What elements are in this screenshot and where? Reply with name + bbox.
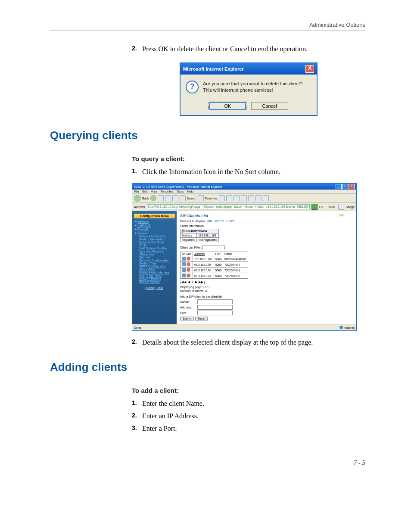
nav-voip-subnet[interactable]: VoIP Subnet Routing: [139, 247, 175, 250]
go-label[interactable]: Go: [319, 205, 323, 208]
menu-edit[interactable]: Edit: [142, 190, 147, 193]
go-icon[interactable]: [311, 204, 318, 210]
nav-set-link[interactable]: Set Link: [139, 256, 175, 259]
delete-icon[interactable]: [187, 268, 190, 272]
ok-button[interactable]: OK: [209, 102, 246, 110]
step-text: Details about the selected client displa…: [142, 337, 365, 347]
nav-upgrade-fw[interactable]: Upgrade Firmware: [139, 250, 175, 253]
proto-mgcp[interactable]: MGCP: [215, 220, 224, 223]
col-name[interactable]: Name: [223, 252, 248, 256]
nav-t1-ts[interactable]: T1 Ts: [139, 244, 175, 247]
pager[interactable]: |◀◀ ◀ 1 ▶ ▶▶|: [180, 280, 353, 284]
cell-name: 8885287464#100: [223, 256, 248, 262]
nav-vrrp[interactable]: VRRP Configuration: [139, 265, 175, 268]
ci-addr-label: Address: [181, 233, 197, 238]
minimize-icon[interactable]: _: [336, 184, 342, 189]
nav-network-info[interactable]: Network Information: [139, 235, 175, 238]
back-icon[interactable]: [134, 195, 141, 202]
browser-menubar: File Edit View Favorites Tools Help: [132, 190, 356, 194]
info-icon[interactable]: [182, 262, 186, 266]
cell-name: 7202664640: [223, 262, 248, 268]
nav-services-config[interactable]: Services Configuration: [139, 259, 175, 262]
add-addr-input[interactable]: [197, 305, 233, 310]
add-header: Add a SIP client to the client list: [180, 295, 353, 298]
forward-icon[interactable]: [150, 195, 156, 201]
confirm-dialog: Microsoft Internet Explorer X ? Are you …: [180, 62, 318, 116]
info-icon[interactable]: [182, 274, 186, 277]
page-number: 7 - 5: [354, 459, 366, 466]
menu-file[interactable]: File: [134, 190, 139, 193]
search-label[interactable]: Search: [187, 197, 196, 200]
step-text: Enter a Port.: [142, 423, 365, 433]
nav-mgmt-iface[interactable]: Management Interface: [139, 271, 175, 274]
back-label[interactable]: Back: [142, 197, 149, 200]
step-text: Click the Information Icon in the No Sor…: [142, 167, 365, 177]
nav-system-time[interactable]: System Time: [139, 262, 175, 265]
nav-net-test[interactable]: Network Test Tools: [139, 241, 175, 244]
nav-clients-list[interactable]: Clients List: [139, 253, 175, 256]
menu-view[interactable]: View: [151, 190, 157, 193]
section-adding-clients: Adding clients: [50, 361, 365, 374]
proto-sip[interactable]: SIP: [207, 220, 212, 223]
add-port-label: Port:: [180, 311, 197, 314]
history-icon[interactable]: [219, 195, 225, 201]
nav-network-restart[interactable]: Network Restart: [139, 277, 175, 280]
nav-network[interactable]: Network: [137, 220, 149, 223]
menu-favorites[interactable]: Favorites: [161, 190, 173, 193]
nav-home[interactable]: Home: [146, 286, 154, 289]
nav-user-commands[interactable]: User Commands: [139, 274, 175, 277]
close-icon[interactable]: X: [305, 65, 314, 73]
edit-icon[interactable]: [241, 195, 247, 201]
col-nosort: No Sort: [181, 252, 193, 256]
proto-h323[interactable]: H.323: [226, 220, 234, 223]
browser-toolbar: Back Search Favorites: [132, 194, 356, 203]
col-address[interactable]: Address: [193, 252, 214, 256]
table-row: 192.168.1.163 5060 8885287464#100: [181, 256, 248, 262]
step-number: 1.: [132, 398, 142, 408]
subhead-query: To query a client:: [132, 155, 365, 162]
reset-button[interactable]: Reset: [195, 317, 208, 320]
submit-button[interactable]: Submit: [180, 317, 194, 320]
filter-input[interactable]: [202, 246, 225, 250]
favorites-label[interactable]: Favorites: [205, 197, 218, 200]
info-icon[interactable]: [182, 268, 186, 272]
question-icon: ?: [186, 81, 199, 93]
add-port-input[interactable]: [197, 311, 233, 315]
cancel-button[interactable]: Cancel: [251, 102, 288, 110]
nav-system-info[interactable]: System Information: [139, 238, 175, 241]
snagit-icon[interactable]: [338, 204, 344, 210]
snagit-label[interactable]: SnagIt: [346, 205, 355, 208]
nav-help[interactable]: Help: [157, 286, 163, 289]
query-step-1: 1. Click the Information Icon in the No …: [132, 167, 365, 177]
info-link[interactable]: Info: [339, 214, 344, 217]
messenger-icon[interactable]: [263, 195, 269, 201]
add-name-input[interactable]: [197, 299, 233, 304]
print-icon[interactable]: [234, 195, 240, 201]
menu-help[interactable]: Help: [187, 190, 193, 193]
nav-voip-alg[interactable]: VoIP ALG: [137, 224, 150, 227]
address-input[interactable]: http://69.3.186.175/cgi-bin/config?page=…: [147, 204, 310, 209]
favorites-icon[interactable]: [198, 195, 204, 201]
search-icon[interactable]: [180, 195, 186, 201]
close-icon[interactable]: ×: [349, 184, 355, 189]
nav-survivability[interactable]: Survivability: [139, 268, 175, 271]
info-icon[interactable]: [182, 257, 186, 261]
delete-icon[interactable]: [187, 274, 190, 277]
nav-system[interactable]: System: [137, 232, 147, 235]
mail-icon[interactable]: [226, 195, 232, 201]
stop-icon[interactable]: [158, 195, 164, 201]
home-icon[interactable]: [172, 195, 178, 201]
dialog-title: Microsoft Internet Explorer: [183, 66, 244, 72]
links-label[interactable]: Links: [327, 205, 334, 208]
maximize-icon[interactable]: □: [342, 184, 348, 189]
menu-tools[interactable]: Tools: [177, 190, 184, 193]
nav-firewall[interactable]: Firewall: [137, 228, 148, 231]
discuss-icon[interactable]: [248, 195, 254, 201]
research-icon[interactable]: [255, 195, 262, 201]
confirm-dialog-figure: Microsoft Internet Explorer X ? Are you …: [180, 62, 318, 116]
nav-reboot[interactable]: Reboot System: [139, 280, 175, 283]
delete-icon[interactable]: [187, 262, 190, 266]
col-port[interactable]: Port: [214, 252, 223, 256]
delete-icon[interactable]: [187, 257, 190, 261]
refresh-icon[interactable]: [165, 195, 171, 201]
